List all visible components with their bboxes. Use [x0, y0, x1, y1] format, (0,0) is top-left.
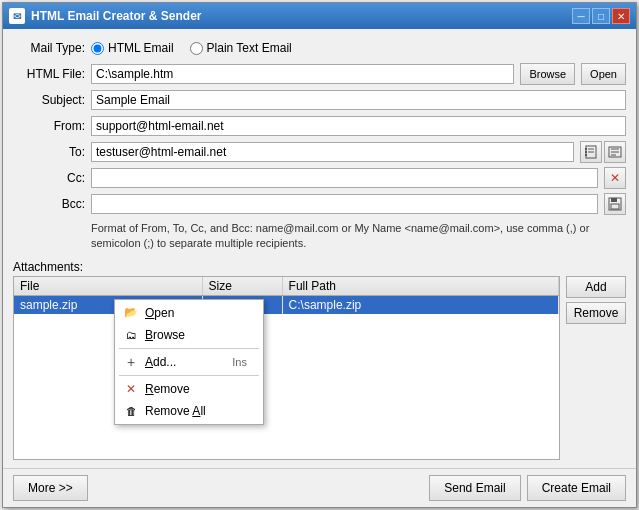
col-size: Size — [203, 277, 283, 295]
ctx-browse-icon: 🗂 — [123, 327, 139, 343]
mail-type-label: Mail Type: — [13, 41, 85, 55]
to-check-button[interactable] — [604, 141, 626, 163]
close-button[interactable]: ✕ — [612, 8, 630, 24]
cc-input[interactable] — [91, 168, 598, 188]
ctx-open-icon: 📂 — [123, 305, 139, 321]
attachments-body: File Size Full Path sample.zip 102.9 KB … — [13, 276, 626, 460]
html-file-label: HTML File: — [13, 67, 85, 81]
form-content: Mail Type: HTML Email Plain Text Email H… — [3, 29, 636, 468]
to-icons — [580, 141, 626, 163]
plain-email-radio[interactable] — [190, 42, 203, 55]
subject-input[interactable]: Sample Email — [91, 90, 626, 110]
from-row: From: support@html-email.net — [13, 115, 626, 137]
ctx-remove-label: Remove — [145, 382, 190, 396]
plain-email-option[interactable]: Plain Text Email — [190, 41, 292, 55]
attachment-buttons: Add Remove — [566, 276, 626, 460]
mail-type-row: Mail Type: HTML Email Plain Text Email — [13, 37, 626, 59]
to-address-book-button[interactable] — [580, 141, 602, 163]
from-input[interactable]: support@html-email.net — [91, 116, 626, 136]
send-email-button[interactable]: Send Email — [429, 475, 520, 501]
context-menu: 📂 Open 🗂 Browse + Add... Ins — [114, 299, 264, 425]
add-attachment-button[interactable]: Add — [566, 276, 626, 298]
bottom-right: Send Email Create Email — [429, 475, 626, 501]
bcc-row: Bcc: — [13, 193, 626, 215]
open-button[interactable]: Open — [581, 63, 626, 85]
ctx-open[interactable]: 📂 Open — [115, 302, 263, 324]
svg-rect-12 — [611, 204, 619, 209]
ctx-add-icon: + — [123, 354, 139, 370]
window-title: HTML Email Creator & Sender — [31, 9, 201, 23]
ctx-remove-all[interactable]: 🗑 Remove All — [115, 400, 263, 422]
html-file-row: HTML File: C:\sample.htm Browse Open — [13, 63, 626, 85]
subject-row: Subject: Sample Email — [13, 89, 626, 111]
bottom-bar: More >> Send Email Create Email — [3, 468, 636, 507]
bottom-left: More >> — [13, 475, 88, 501]
html-email-label: HTML Email — [108, 41, 174, 55]
save-icon — [608, 197, 622, 211]
plain-email-label: Plain Text Email — [207, 41, 292, 55]
table-body: sample.zip 102.9 KB C:\sample.zip — [14, 296, 559, 459]
svg-rect-11 — [611, 198, 617, 202]
window-controls: ─ □ ✕ — [572, 8, 630, 24]
attachments-label: Attachments: — [13, 260, 626, 274]
svg-rect-2 — [585, 151, 587, 153]
app-icon: ✉ — [9, 8, 25, 24]
attachments-section: Attachments: File Size Full Path sample.… — [13, 260, 626, 460]
bcc-icons — [604, 193, 626, 215]
ctx-separator-1 — [119, 348, 259, 349]
ctx-open-label: Open — [145, 306, 174, 320]
html-email-option[interactable]: HTML Email — [91, 41, 174, 55]
ctx-add-shortcut: Ins — [232, 356, 247, 368]
browse-button[interactable]: Browse — [520, 63, 575, 85]
ctx-add[interactable]: + Add... Ins — [115, 351, 263, 373]
ctx-add-label: Add... — [145, 355, 176, 369]
ctx-separator-2 — [119, 375, 259, 376]
subject-label: Subject: — [13, 93, 85, 107]
svg-rect-1 — [585, 148, 587, 150]
remove-attachment-button[interactable]: Remove — [566, 302, 626, 324]
html-file-input[interactable]: C:\sample.htm — [91, 64, 514, 84]
bcc-input[interactable] — [91, 194, 598, 214]
bcc-save-button[interactable] — [604, 193, 626, 215]
ctx-browse[interactable]: 🗂 Browse — [115, 324, 263, 346]
bcc-label: Bcc: — [13, 197, 85, 211]
ctx-remove[interactable]: ✕ Remove — [115, 378, 263, 400]
recipients-hint: Format of From, To, Cc, and Bcc: name@ma… — [91, 221, 626, 252]
table-row[interactable]: sample.zip 102.9 KB C:\sample.zip — [14, 296, 559, 314]
col-fullpath: Full Path — [283, 277, 559, 295]
cc-label: Cc: — [13, 171, 85, 185]
minimize-button[interactable]: ─ — [572, 8, 590, 24]
to-label: To: — [13, 145, 85, 159]
cc-row: Cc: ✕ — [13, 167, 626, 189]
ctx-browse-label: Browse — [145, 328, 185, 342]
ctx-remove-icon: ✕ — [123, 381, 139, 397]
cc-icons: ✕ — [604, 167, 626, 189]
address-book-icon — [584, 145, 598, 159]
svg-rect-3 — [585, 154, 587, 156]
check-icon — [608, 145, 622, 159]
create-email-button[interactable]: Create Email — [527, 475, 626, 501]
html-email-radio[interactable] — [91, 42, 104, 55]
from-label: From: — [13, 119, 85, 133]
col-file: File — [14, 277, 203, 295]
ctx-remove-all-icon: 🗑 — [123, 403, 139, 419]
title-bar: ✉ HTML Email Creator & Sender ─ □ ✕ — [3, 3, 636, 29]
ctx-remove-all-label: Remove All — [145, 404, 206, 418]
table-header: File Size Full Path — [14, 277, 559, 296]
row-path: C:\sample.zip — [283, 296, 559, 314]
to-row: To: testuser@html-email.net — [13, 141, 626, 163]
attachments-table: File Size Full Path sample.zip 102.9 KB … — [13, 276, 560, 460]
more-button[interactable]: More >> — [13, 475, 88, 501]
main-window: ✉ HTML Email Creator & Sender ─ □ ✕ Mail… — [2, 2, 637, 508]
to-input[interactable]: testuser@html-email.net — [91, 142, 574, 162]
cc-clear-button[interactable]: ✕ — [604, 167, 626, 189]
maximize-button[interactable]: □ — [592, 8, 610, 24]
mail-type-group: HTML Email Plain Text Email — [91, 41, 626, 55]
